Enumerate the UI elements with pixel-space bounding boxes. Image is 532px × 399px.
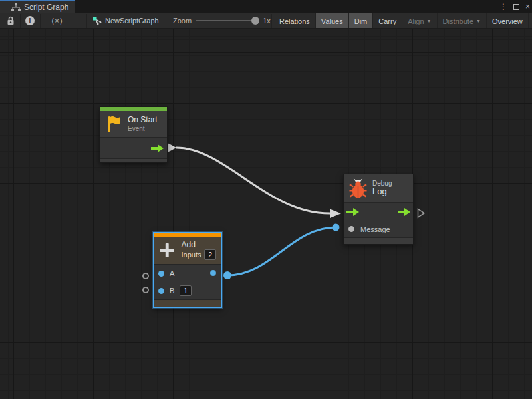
toolbar-divider	[86, 14, 87, 28]
values-button[interactable]: Values	[316, 13, 349, 29]
code-view-button[interactable]: ⟨×⟩	[47, 13, 68, 28]
unconnected-port-ring-a[interactable]	[142, 273, 149, 279]
sum-output-port[interactable]	[210, 270, 216, 276]
port-label: A	[170, 269, 174, 277]
lock-button[interactable]	[4, 13, 17, 28]
zoom-control: Zoom 1x	[173, 13, 271, 28]
message-input-port[interactable]: Message	[344, 221, 413, 237]
node-header: Debug Log	[344, 174, 413, 203]
node-header: Add Inputs 2	[154, 237, 221, 265]
flow-input-port[interactable]	[346, 208, 359, 216]
trigger-output-port[interactable]	[100, 138, 167, 158]
value-wire[interactable]	[227, 224, 340, 276]
lock-icon	[7, 16, 15, 25]
node-footer	[344, 237, 413, 244]
flow-continuation-triangle[interactable]	[418, 209, 425, 218]
port-b-value-field[interactable]: 1	[180, 285, 192, 296]
window-controls: ⋮ ×	[499, 0, 530, 13]
unconnected-port-ring-b[interactable]	[142, 287, 149, 293]
full-screen-button[interactable]: Full S	[529, 13, 532, 29]
node-header: On Start Event	[100, 111, 167, 138]
tab-bar: Script Graph ⋮ ×	[0, 0, 532, 13]
wires-layer	[0, 29, 532, 399]
tab-title: Script Graph	[24, 3, 68, 12]
zoom-value: 1x	[263, 17, 271, 25]
carry-button[interactable]: Carry	[373, 13, 402, 29]
align-dropdown[interactable]: Align ▼	[402, 13, 437, 29]
node-footer	[154, 299, 221, 307]
script-graph-window: Script Graph ⋮ × i ⟨×⟩	[0, 0, 532, 399]
wire-start-triangle	[167, 143, 176, 153]
flow-arrow-icon	[151, 144, 164, 152]
script-graph-asset-icon	[93, 17, 102, 25]
zoom-label: Zoom	[173, 17, 192, 25]
port-row-a[interactable]: A	[154, 265, 221, 282]
sum-output-connection-dot[interactable]	[223, 271, 231, 279]
chevron-down-icon: ▼	[476, 19, 481, 23]
maximize-icon[interactable]	[513, 4, 519, 10]
graph-hierarchy-icon	[11, 3, 21, 11]
toolbar-buttons: Relations Values Dim Carry Align ▼ Distr…	[274, 13, 532, 29]
close-icon[interactable]: ×	[525, 0, 530, 13]
node-title: On Start	[128, 116, 158, 125]
chevron-down-icon: ▼	[427, 19, 432, 23]
on-start-node[interactable]: On Start Event	[100, 106, 168, 163]
inputs-count-field[interactable]: 2	[204, 249, 216, 260]
graph-canvas[interactable]: On Start Event	[0, 29, 532, 399]
toolbar-divider	[40, 14, 41, 28]
node-title: Add	[181, 241, 216, 250]
port-row-b[interactable]: B 1	[154, 282, 221, 299]
overview-button[interactable]: Overview	[487, 13, 529, 29]
zoom-slider[interactable]	[196, 20, 258, 21]
zoom-slider-handle[interactable]	[251, 17, 259, 25]
dim-button[interactable]: Dim	[349, 13, 374, 29]
debug-log-node[interactable]: Debug Log Message	[343, 174, 414, 245]
graph-name[interactable]: NewScriptGraph	[93, 13, 159, 28]
flag-icon	[106, 115, 122, 133]
info-button[interactable]: i	[23, 13, 37, 28]
graph-name-label: NewScriptGraph	[105, 17, 159, 25]
graph-toolbar: i ⟨×⟩ NewScriptGraph Zoom 1x Relations	[0, 13, 532, 29]
code-icon: ⟨×⟩	[51, 17, 63, 25]
wire-end-dot	[332, 224, 340, 231]
node-subtitle: Event	[128, 125, 158, 133]
bug-icon	[349, 178, 367, 200]
port-dot	[348, 226, 354, 232]
port-label: B	[170, 287, 174, 295]
node-footer	[100, 158, 167, 162]
toolbar-divider	[271, 14, 272, 28]
port-label: Message	[360, 225, 390, 233]
distribute-dropdown[interactable]: Distribute ▼	[438, 13, 487, 29]
flow-wire[interactable]	[167, 143, 341, 219]
relations-button[interactable]: Relations	[274, 13, 316, 29]
info-icon: i	[25, 16, 35, 25]
flow-output-port[interactable]	[398, 208, 410, 216]
add-node[interactable]: Add Inputs 2 A B 1	[153, 232, 222, 308]
wire-arrow-head	[330, 209, 341, 219]
toolbar-divider	[20, 14, 21, 28]
tab-script-graph[interactable]: Script Graph	[0, 0, 75, 13]
plus-icon	[159, 241, 175, 260]
node-subtitle: Inputs	[181, 251, 201, 259]
menu-icon[interactable]: ⋮	[499, 0, 507, 13]
port-dot[interactable]	[158, 288, 164, 294]
node-title: Log	[372, 187, 392, 197]
port-dot[interactable]	[158, 271, 164, 277]
